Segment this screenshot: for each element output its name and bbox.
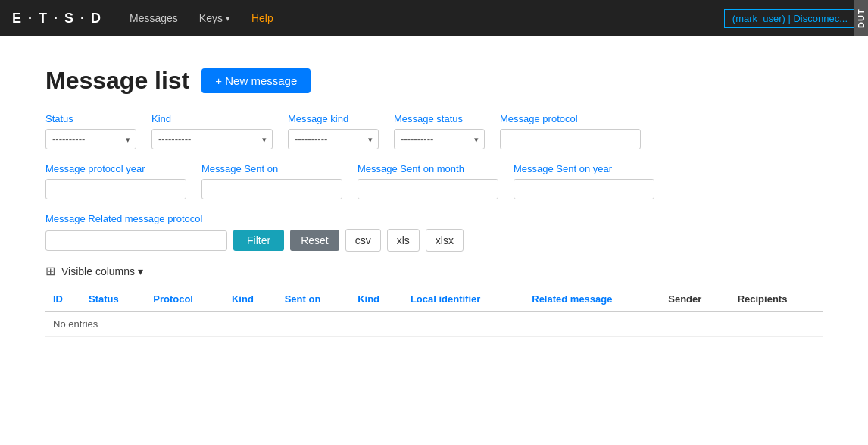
message-status-label: Message status — [394, 113, 485, 124]
message-kind-select[interactable]: ---------- — [288, 129, 379, 149]
filter-row-3-inner: Filter Reset csv xls xlsx — [45, 229, 823, 252]
page-title: Message list — [45, 67, 189, 95]
col-kind-link[interactable]: Kind — [232, 293, 254, 305]
filter-status-group: Status ---------- ▾ — [45, 113, 136, 149]
message-status-select-wrapper: ---------- ▾ — [394, 129, 485, 149]
kind-label: Kind — [151, 113, 273, 124]
xls-button[interactable]: xls — [387, 229, 420, 252]
sent-on-label: Message Sent on — [201, 163, 342, 174]
filter-message-status-group: Message status ---------- ▾ — [394, 113, 485, 149]
messages-table: ID Status Protocol Kind Sent on Kind Loc… — [45, 287, 823, 337]
col-protocol-link[interactable]: Protocol — [153, 293, 193, 305]
col-recipients: Recipients — [730, 287, 823, 312]
nav-keys-label: Keys — [199, 12, 223, 24]
table-header: ID Status Protocol Kind Sent on Kind Loc… — [45, 287, 823, 312]
status-label: Status — [45, 113, 136, 124]
message-kind-select-wrapper: ---------- ▾ — [288, 129, 379, 149]
filter-message-protocol-group: Message protocol — [500, 113, 641, 149]
table-wrapper: ID Status Protocol Kind Sent on Kind Loc… — [45, 287, 823, 337]
col-kind: Kind — [224, 287, 277, 312]
col-local-identifier: Local identifier — [403, 287, 524, 312]
filter-kind-group: Kind ---------- ▾ — [151, 113, 273, 149]
xlsx-button[interactable]: xlsx — [426, 229, 464, 252]
col-status-link[interactable]: Status — [89, 293, 119, 305]
visible-columns-label: Visible columns — [61, 265, 135, 277]
col-id-link[interactable]: ID — [53, 293, 63, 305]
status-select[interactable]: ---------- — [45, 129, 136, 149]
status-select-wrapper: ---------- ▾ — [45, 129, 136, 149]
filter-sent-on-year-group: Message Sent on year — [514, 163, 654, 199]
filter-button[interactable]: Filter — [233, 230, 284, 251]
sent-on-year-label: Message Sent on year — [514, 163, 654, 174]
new-message-button[interactable]: + New message — [201, 68, 311, 93]
nav-item-keys[interactable]: Keys ▾ — [190, 6, 239, 30]
navbar: E · T · S · D Messages Keys ▾ Help (mark… — [0, 0, 868, 36]
page-header: Message list + New message — [45, 67, 823, 95]
col-sent-on: Sent on — [277, 287, 351, 312]
sent-on-month-label: Message Sent on month — [358, 163, 498, 174]
col-kind2-link[interactable]: Kind — [358, 293, 379, 305]
nav-menu: Messages Keys ▾ Help — [120, 6, 724, 30]
filter-row-3: Message Related message protocol Filter … — [45, 213, 823, 252]
table-header-row: ID Status Protocol Kind Sent on Kind Loc… — [45, 287, 823, 312]
csv-button[interactable]: csv — [345, 229, 381, 252]
visible-columns-button[interactable]: Visible columns ▾ — [61, 265, 143, 277]
related-protocol-label: Message Related message protocol — [45, 213, 823, 224]
filter-row-2: Message protocol year Message Sent on Me… — [45, 163, 823, 199]
no-entries-cell: No entries — [45, 312, 823, 337]
filter-row-1: Status ---------- ▾ Kind ---------- ▾ Me… — [45, 113, 823, 149]
visible-columns-row: ⊞ Visible columns ▾ — [45, 264, 823, 278]
col-local-identifier-link[interactable]: Local identifier — [411, 293, 480, 305]
filter-message-kind-group: Message kind ---------- ▾ — [288, 113, 379, 149]
nav-item-help[interactable]: Help — [242, 6, 283, 30]
related-protocol-input[interactable] — [45, 230, 227, 251]
col-sender: Sender — [660, 287, 729, 312]
filter-sent-on-month-group: Message Sent on month — [358, 163, 498, 199]
kind-select[interactable]: ---------- — [151, 129, 273, 149]
reset-button[interactable]: Reset — [290, 230, 339, 251]
col-recipients-label: Recipients — [738, 293, 788, 305]
sidebar-tab: DUT — [854, 0, 868, 36]
col-sender-label: Sender — [668, 293, 701, 305]
nav-item-messages[interactable]: Messages — [120, 6, 187, 30]
message-protocol-label: Message protocol — [500, 113, 641, 124]
keys-chevron-icon: ▾ — [226, 14, 230, 24]
message-status-select[interactable]: ---------- — [394, 129, 485, 149]
col-id: ID — [45, 287, 81, 312]
col-status: Status — [81, 287, 145, 312]
filter-protocol-year-group: Message protocol year — [45, 163, 186, 199]
table-no-entries-row: No entries — [45, 312, 823, 337]
brand-logo: E · T · S · D — [12, 11, 102, 27]
sent-on-month-input[interactable] — [358, 179, 498, 199]
message-protocol-input[interactable] — [500, 129, 641, 149]
navbar-right: (mark_user) | Disconnec... — [724, 9, 856, 28]
col-kind2: Kind — [350, 287, 403, 312]
table-body: No entries — [45, 312, 823, 337]
protocol-year-label: Message protocol year — [45, 163, 186, 174]
sent-on-input[interactable] — [201, 179, 342, 199]
col-protocol: Protocol — [145, 287, 224, 312]
visible-columns-chevron-icon: ▾ — [138, 265, 143, 277]
columns-grid-icon: ⊞ — [45, 264, 55, 278]
col-related-message-link[interactable]: Related message — [532, 293, 612, 305]
kind-select-wrapper: ---------- ▾ — [151, 129, 273, 149]
user-badge-button[interactable]: (mark_user) | Disconnec... — [724, 9, 856, 28]
col-sent-on-link[interactable]: Sent on — [285, 293, 321, 305]
filter-sent-on-group: Message Sent on — [201, 163, 342, 199]
protocol-year-input[interactable] — [45, 179, 186, 199]
col-related-message: Related message — [524, 287, 660, 312]
message-kind-label: Message kind — [288, 113, 379, 124]
main-content: Message list + New message Status ------… — [0, 36, 868, 352]
sent-on-year-input[interactable] — [514, 179, 654, 199]
